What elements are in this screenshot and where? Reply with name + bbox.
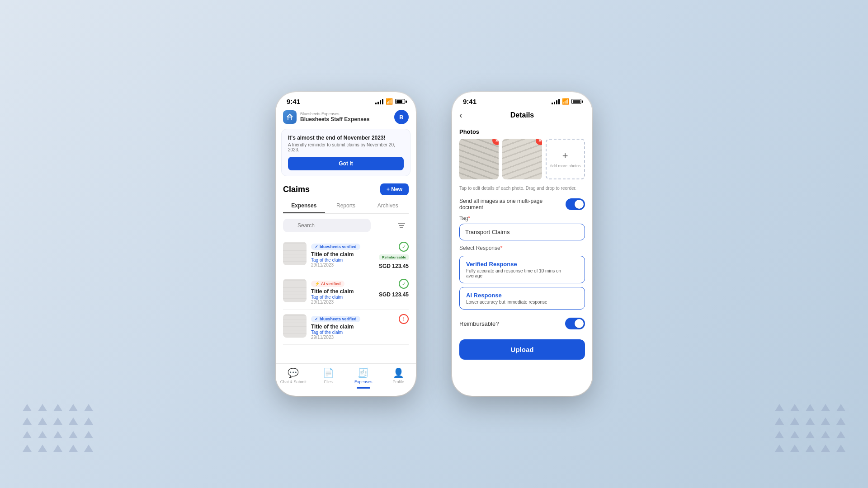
add-photo-label: Add more photos <box>550 164 581 168</box>
nav-label-profile: Profile <box>392 380 404 384</box>
status-check-icon: ✓ <box>399 279 409 289</box>
battery-icon <box>571 99 581 104</box>
claim-date: 29/11/2023 <box>311 300 374 305</box>
status-time-1: 9:41 <box>287 98 300 105</box>
bottom-nav: 💬 Chat & Submit 📄 Files 🧾 Expenses 👤 Pro… <box>276 363 416 396</box>
nav-label-chat: Chat & Submit <box>280 380 307 384</box>
claim-amount: SGD 123.45 <box>379 291 409 298</box>
photos-hint: Tap to edit details of each photo. Drag … <box>452 183 592 193</box>
claim-thumbnail <box>283 279 307 302</box>
details-header: ‹ Details <box>452 107 592 125</box>
claim-badge-bluesheets: ✓ bluesheets verified <box>311 316 360 322</box>
claim-title: Title of the claim <box>311 288 374 295</box>
reimbursable-toggle[interactable] <box>565 318 585 329</box>
add-photo-button[interactable]: + Add more photos <box>546 139 585 179</box>
back-button[interactable]: ‹ <box>459 110 462 120</box>
photos-section: Photos × × + Add more photos <box>452 125 592 183</box>
claim-info: ✓ bluesheets verified Title of the claim… <box>311 242 374 267</box>
send-all-toggle[interactable] <box>566 198 585 210</box>
photos-label: Photos <box>459 128 585 135</box>
claims-list: ✓ bluesheets verified Title of the claim… <box>276 237 416 363</box>
triangle-decoration-right <box>775 404 845 452</box>
claims-title: Claims <box>283 185 310 194</box>
nav-label-expenses: Expenses <box>354 380 373 384</box>
phone-claims: 9:41 📶 <box>276 92 416 396</box>
form-section: Tag* Select Response* Verified Response … <box>452 215 592 313</box>
search-input[interactable] <box>283 219 371 232</box>
claim-item[interactable]: ⚡ AI verified Title of the claim Tag of … <box>283 274 409 310</box>
nav-active-indicator <box>357 387 370 389</box>
claim-badge-ai: ⚡ AI verified <box>311 281 344 287</box>
status-check-icon: ✓ <box>399 242 409 252</box>
wifi-icon: 📶 <box>562 98 569 105</box>
tag-input[interactable] <box>459 224 585 240</box>
nav-expenses[interactable]: 🧾 Expenses <box>346 367 381 389</box>
header-text: Bluesheets Expenses Bluesheets Staff Exp… <box>300 112 391 122</box>
claim-amount: SGD 123.45 <box>379 263 409 269</box>
plus-icon: + <box>562 150 568 162</box>
response-option-title-verified: Verified Response <box>466 261 578 267</box>
claims-header: Claims + New <box>276 181 416 199</box>
expenses-icon: 🧾 <box>358 367 369 378</box>
status-time-2: 9:41 <box>463 98 476 105</box>
reimbursable-label: Reimbursable? <box>459 320 499 327</box>
claim-right: ✓ SGD 123.45 <box>379 279 409 298</box>
notification-banner: It's almost the end of November 2023! A … <box>281 129 410 176</box>
photo-thumbnail-2[interactable]: × <box>502 139 542 179</box>
claims-tabs: Expenses Reports Archives <box>283 199 409 214</box>
response-option-ai[interactable]: AI Response Lower accuracy but immediate… <box>459 287 585 310</box>
files-icon: 📄 <box>323 367 334 378</box>
claim-item[interactable]: ✓ bluesheets verified Title of the claim… <box>283 310 409 345</box>
select-response-label: Select Response* <box>459 245 585 251</box>
ai-icon: ⚡ <box>315 282 320 286</box>
status-bar-2: 9:41 📶 <box>452 92 592 107</box>
avatar-button[interactable]: B <box>394 110 409 124</box>
tab-expenses[interactable]: Expenses <box>283 199 325 213</box>
claim-title: Title of the claim <box>311 324 394 330</box>
nav-chat-submit[interactable]: 💬 Chat & Submit <box>276 367 311 389</box>
response-option-desc-verified: Fully accurate and response time of 10 m… <box>466 268 578 278</box>
claim-info: ✓ bluesheets verified Title of the claim… <box>311 314 394 340</box>
status-bar-1: 9:41 📶 <box>276 92 416 107</box>
claim-right: ! <box>399 314 409 324</box>
claim-badge-bluesheets: ✓ bluesheets verified <box>311 244 360 250</box>
nav-files[interactable]: 📄 Files <box>311 367 346 389</box>
claim-tag: Tag of the claim <box>311 295 374 300</box>
search-row: 🔍 <box>283 218 409 233</box>
claim-right: ✓ Reimbursable SGD 123.45 <box>379 242 409 269</box>
send-all-label: Send all images as one multi-page docume… <box>459 198 566 211</box>
verified-icon: ✓ <box>315 317 318 321</box>
notification-text: A friendly reminder to submit claims by … <box>288 142 404 152</box>
chat-icon: 💬 <box>288 367 299 378</box>
got-it-button[interactable]: Got it <box>288 157 404 170</box>
claim-info: ⚡ AI verified Title of the claim Tag of … <box>311 279 374 305</box>
claim-tag: Tag of the claim <box>311 258 374 263</box>
claim-thumbnail <box>283 314 307 338</box>
tag-label: Tag* <box>459 215 585 221</box>
upload-button[interactable]: Upload <box>459 339 585 360</box>
claim-thumbnail <box>283 242 307 265</box>
response-options: Verified Response Fully accurate and res… <box>459 256 585 310</box>
filter-button[interactable] <box>394 218 409 233</box>
details-title: Details <box>510 111 534 119</box>
response-option-desc-ai: Lower accuracy but immediate response <box>466 300 578 305</box>
status-icons-1: 📶 <box>375 98 405 105</box>
app-logo <box>283 110 297 124</box>
claim-tag: Tag of the claim <box>311 330 394 335</box>
tab-reports[interactable]: Reports <box>325 199 367 213</box>
claim-item[interactable]: ✓ bluesheets verified Title of the claim… <box>283 237 409 274</box>
photo-thumbnail-1[interactable]: × <box>459 139 499 179</box>
required-mark: * <box>500 245 503 251</box>
signal-icon <box>552 99 560 104</box>
phone-details: 9:41 📶 ‹ Details Photos <box>452 92 592 396</box>
reimbursable-badge: Reimbursable <box>379 254 409 260</box>
app-header: Bluesheets Expenses Bluesheets Staff Exp… <box>276 107 416 129</box>
new-claim-button[interactable]: + New <box>380 183 409 195</box>
app-name: Bluesheets Expenses <box>300 112 391 116</box>
tab-archives[interactable]: Archives <box>367 199 409 213</box>
nav-label-files: Files <box>324 380 333 384</box>
response-option-verified[interactable]: Verified Response Fully accurate and res… <box>459 256 585 283</box>
photos-row: × × + Add more photos <box>459 139 585 179</box>
nav-profile[interactable]: 👤 Profile <box>381 367 416 389</box>
send-all-toggle-row: Send all images as one multi-page docume… <box>452 193 592 215</box>
